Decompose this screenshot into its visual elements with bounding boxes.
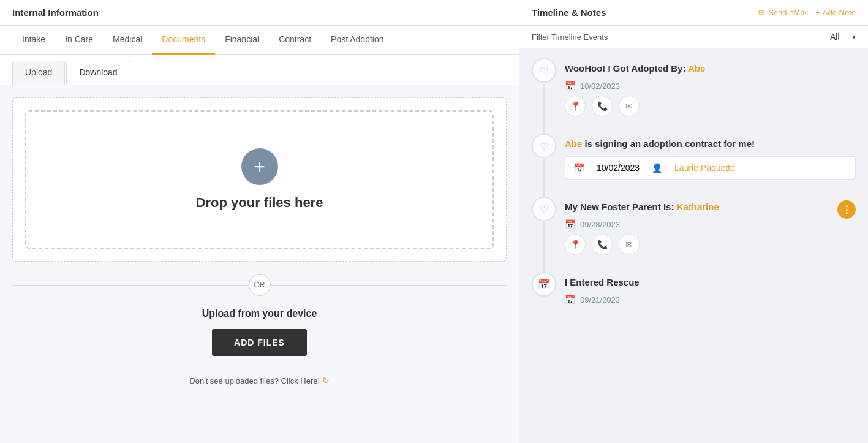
timeline-title-3: My New Foster Parent Is: Katharine	[565, 200, 719, 213]
calendar-icon-2: 📅	[574, 163, 584, 173]
location-button-3[interactable]: 📍	[565, 234, 586, 255]
filter-bar: Filter Timeline Events All ▾	[519, 26, 868, 48]
timeline-meta-3: 📅 09/28/2023	[565, 219, 856, 229]
add-note-label: Add Note	[823, 8, 856, 17]
timeline-item-2: ♡ Abe is signing an adoption contract fo…	[532, 134, 856, 180]
timeline-title: Timeline & Notes	[532, 7, 606, 18]
upload-from-device: Upload from your device ADD FILES	[12, 308, 507, 366]
left-panel-header: Internal Information	[0, 0, 519, 26]
or-label: OR	[249, 274, 271, 296]
tab-documents[interactable]: Documents	[152, 26, 215, 55]
timeline-title-prefix-1: WooHoo! I Got Adopted By:	[565, 63, 688, 74]
timeline-date-1: 10/02/2023	[580, 81, 620, 91]
upload-area: + Drop your files here OR Upload from yo…	[0, 85, 519, 443]
filter-label: Filter Timeline Events	[532, 32, 608, 42]
chevron-down-icon: ▾	[852, 32, 856, 41]
refresh-icon[interactable]: ↻	[322, 376, 330, 385]
calendar-icon-4: 📅	[565, 295, 575, 305]
email-button-1[interactable]: ✉	[619, 96, 640, 116]
timeline-item-4: 📅 I Entered Rescue 📅 09/21/2023	[532, 272, 856, 309]
timeline-item-3: ♡ My New Foster Parent Is: Katharine ⋮ 📅…	[532, 197, 856, 255]
upload-from-device-label: Upload from your device	[12, 308, 507, 319]
divider-or: OR	[12, 262, 507, 308]
timeline-item-header-3: My New Foster Parent Is: Katharine ⋮	[565, 200, 856, 219]
no-files-label: Don't see uploaded files? Click Here!	[189, 376, 320, 385]
add-files-button[interactable]: ADD FILES	[212, 329, 307, 356]
tab-financial[interactable]: Financial	[215, 26, 269, 55]
contract-user-2: Laurie Paquette	[674, 163, 735, 173]
timeline-meta-4: 📅 09/21/2023	[565, 295, 856, 305]
person-icon-2: 👤	[652, 163, 662, 173]
timeline-title-prefix-4: I Entered Rescue	[565, 277, 640, 287]
timeline-highlight-2: Abe	[565, 138, 582, 149]
send-email-button[interactable]: ✉ Send eMail	[758, 8, 808, 17]
timeline-content-3: My New Foster Parent Is: Katharine ⋮ 📅 0…	[565, 197, 856, 255]
drop-text: Drop your files here	[196, 195, 323, 211]
envelope-icon: ✉	[758, 8, 765, 17]
tab-contract[interactable]: Contract	[269, 26, 321, 55]
timeline-highlight-1: Abe	[688, 63, 705, 74]
timeline-date-4: 09/21/2023	[580, 295, 620, 305]
timeline-title-2: Abe is signing an adoption contract for …	[565, 137, 856, 150]
email-button-3[interactable]: ✉	[619, 234, 640, 255]
right-panel-header: Timeline & Notes ✉ Send eMail + Add Note	[519, 0, 868, 26]
tab-post-adoption[interactable]: Post Adoption	[321, 26, 393, 55]
sub-tab-nav: Upload Download	[0, 55, 519, 85]
drop-zone[interactable]: + Drop your files here	[25, 110, 494, 249]
plus-note-icon: +	[815, 8, 820, 17]
timeline-title-prefix-3: My New Foster Parent Is:	[565, 202, 677, 212]
sub-tab-download[interactable]: Download	[66, 61, 130, 85]
timeline-meta-1: 📅 10/02/2023	[565, 81, 856, 91]
timeline: ♡ WooHoo! I Got Adopted By: Abe 📅 10/02/…	[519, 48, 868, 443]
header-actions: ✉ Send eMail + Add Note	[758, 8, 856, 17]
timeline-actions-3: 📍 📞 ✉	[565, 234, 856, 255]
timeline-highlight-3: Katharine	[677, 202, 719, 212]
rescue-icon-4: 📅	[532, 272, 556, 297]
filter-select-wrapper: All ▾	[830, 32, 856, 42]
right-panel: Timeline & Notes ✉ Send eMail + Add Note…	[519, 0, 868, 443]
add-note-button[interactable]: + Add Note	[815, 8, 856, 17]
sub-tab-upload[interactable]: Upload	[12, 61, 65, 85]
timeline-title-1: WooHoo! I Got Adopted By: Abe	[565, 62, 856, 75]
timeline-title-4: I Entered Rescue	[565, 276, 856, 289]
left-panel: Internal Information Intake In Care Medi…	[0, 0, 519, 443]
phone-button-1[interactable]: 📞	[592, 96, 613, 116]
heart-icon-3: ♡	[532, 197, 556, 221]
location-button-1[interactable]: 📍	[565, 96, 586, 116]
more-options-button-3[interactable]: ⋮	[837, 200, 856, 219]
timeline-title-suffix-2: is signing an adoption contract for me!	[585, 138, 755, 149]
calendar-icon-1: 📅	[565, 81, 575, 91]
calendar-icon-3: 📅	[565, 219, 575, 229]
timeline-content-4: I Entered Rescue 📅 09/21/2023	[565, 272, 856, 309]
timeline-content-2: Abe is signing an adoption contract for …	[565, 134, 856, 180]
plus-icon: +	[241, 148, 278, 185]
timeline-item: ♡ WooHoo! I Got Adopted By: Abe 📅 10/02/…	[532, 58, 856, 116]
send-email-label: Send eMail	[768, 8, 808, 17]
timeline-date-2: 10/02/2023	[597, 163, 640, 173]
tab-medical[interactable]: Medical	[103, 26, 152, 55]
timeline-content-1: WooHoo! I Got Adopted By: Abe 📅 10/02/20…	[565, 58, 856, 116]
filter-select[interactable]: All	[830, 32, 850, 42]
drop-zone-outer: + Drop your files here	[12, 97, 507, 262]
divider-line-right	[271, 285, 507, 286]
heart-icon-1: ♡	[532, 58, 556, 83]
phone-button-3[interactable]: 📞	[592, 234, 613, 255]
timeline-actions-1: 📍 📞 ✉	[565, 96, 856, 116]
heart-icon-2: ♡	[532, 134, 556, 158]
main-tab-nav: Intake In Care Medical Documents Financi…	[0, 26, 519, 55]
tab-intake[interactable]: Intake	[12, 26, 55, 55]
timeline-date-3: 09/28/2023	[580, 220, 620, 229]
no-files-text: Don't see uploaded files? Click Here! ↻	[12, 366, 507, 388]
divider-line-left	[12, 285, 249, 286]
tab-in-care[interactable]: In Care	[55, 26, 103, 55]
contract-detail-box: 📅 10/02/2023 👤 Laurie Paquette	[565, 156, 856, 180]
